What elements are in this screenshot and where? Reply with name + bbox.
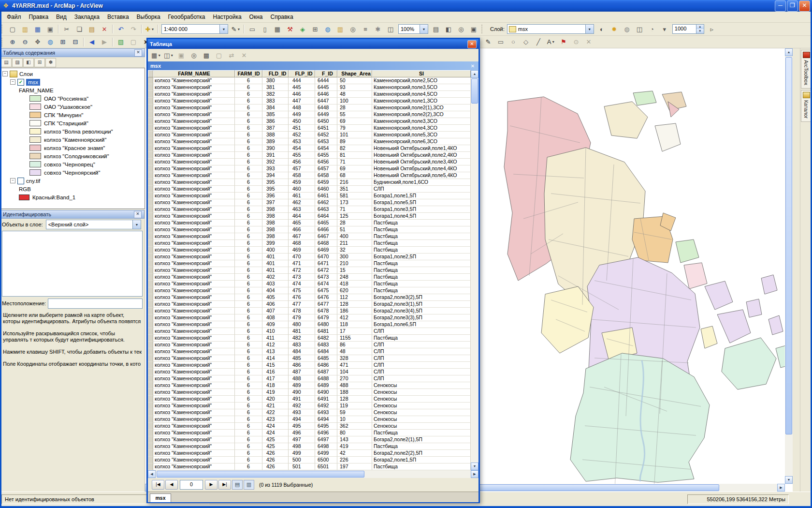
toc-tab-display[interactable]: ▤: [1, 58, 12, 67]
row-selector[interactable]: [148, 199, 153, 206]
map-region-rossiyanka-north[interactable]: [633, 91, 656, 105]
table-row[interactable]: колхоз "Каменноярский"64204916491128Сено…: [148, 396, 478, 403]
paste-button[interactable]: ▤: [86, 23, 98, 35]
new-document-button[interactable]: ▢: [7, 23, 18, 35]
toolbar-grip[interactable]: [481, 25, 485, 33]
menu-Справка[interactable]: Справка: [266, 12, 297, 22]
toc-tab-selection[interactable]: ⊞: [34, 58, 45, 67]
map-region-chernoyarsky-island-5[interactable]: [768, 315, 783, 335]
table-row[interactable]: колхоз "Каменноярский"64174886488270СЛП: [148, 375, 478, 382]
close-icon[interactable]: ✕: [134, 49, 142, 57]
row-selector[interactable]: [148, 193, 153, 199]
row-selector[interactable]: [148, 409, 153, 416]
table-row[interactable]: колхоз "Каменноярский"6410481648117СЛП: [148, 328, 478, 335]
row-selector[interactable]: [148, 84, 153, 91]
table-row[interactable]: колхоз "Каменноярский"6398465646528Пастб…: [148, 220, 478, 226]
chevron-down-icon[interactable]: ▼: [219, 25, 228, 33]
row-selector[interactable]: [148, 159, 153, 165]
layer-checkbox-checked[interactable]: ✓: [17, 79, 24, 86]
map-region-volna-island[interactable]: [701, 326, 717, 348]
line-tool-button[interactable]: ╱: [533, 36, 544, 48]
column-header-SI[interactable]: SI: [372, 70, 471, 77]
table-row[interactable]: колхоз "Каменноярский"6390454645482Новен…: [148, 145, 478, 152]
row-selector[interactable]: [148, 328, 153, 335]
column-header-F_ID[interactable]: F_ID: [315, 70, 337, 77]
cut-button[interactable]: ✂: [61, 23, 72, 35]
row-selector[interactable]: [148, 430, 153, 436]
row-selector[interactable]: [148, 125, 153, 132]
row-selector[interactable]: [148, 369, 153, 375]
scale-combobox[interactable]: 1:400 000 ▼: [161, 24, 228, 34]
toc-tab-visible[interactable]: ◧: [23, 58, 34, 67]
row-selector[interactable]: [148, 254, 153, 260]
legend-item[interactable]: ОАО "Россиянка": [29, 94, 145, 103]
table-row[interactable]: колхоз "Каменноярский"64254976497143Бога…: [148, 436, 478, 443]
legend-item[interactable]: СПК "Старицкий": [29, 119, 145, 127]
chevron-down-icon[interactable]: ▼: [551, 40, 555, 44]
arctoolbox-button[interactable]: ⚒: [284, 23, 296, 35]
pan-hand-button[interactable]: ✥: [32, 36, 44, 48]
row-selector[interactable]: [148, 186, 153, 193]
viewer-window-button[interactable]: ▣: [468, 23, 479, 35]
chevron-down-icon[interactable]: ▼: [237, 28, 240, 31]
menu-Выборка[interactable]: Выборка: [133, 12, 164, 22]
table-row[interactable]: колхоз "Каменноярский"63984646464125Бога…: [148, 213, 478, 220]
show-all-records-button[interactable]: ▤: [232, 480, 243, 490]
table-row[interactable]: колхоз "Каменноярский"64265016501197Паст…: [148, 463, 478, 470]
select-features-button[interactable]: ▧: [115, 36, 127, 48]
legend-item[interactable]: совхоз "Черноярский": [29, 168, 145, 177]
table-options-button[interactable]: ▦▼: [150, 49, 162, 61]
table-row[interactable]: колхоз "Каменноярский"63834476447100Каме…: [148, 98, 478, 105]
table-row[interactable]: колхоз "Каменноярский"6386450645069Камен…: [148, 118, 478, 125]
row-selector[interactable]: [148, 91, 153, 98]
row-selector[interactable]: [148, 240, 153, 247]
row-selector[interactable]: [148, 274, 153, 281]
show-selected-records-button[interactable]: ▥: [244, 480, 254, 490]
map-region-chernoyarsky-island-1[interactable]: [705, 281, 733, 310]
row-selector[interactable]: [148, 281, 153, 287]
map-region-rossiyanka-small[interactable]: [676, 239, 699, 263]
row-selector[interactable]: [148, 314, 153, 321]
location-field[interactable]: [48, 299, 143, 309]
row-selector[interactable]: [148, 233, 153, 240]
row-selector[interactable]: [148, 226, 153, 233]
toolbar-grip[interactable]: [1, 38, 5, 46]
row-selector[interactable]: [148, 213, 153, 220]
row-selector[interactable]: [148, 389, 153, 396]
toc-tab-source[interactable]: ▨: [12, 58, 23, 67]
row-selector[interactable]: [148, 436, 153, 443]
table-row[interactable]: колхоз "Каменноярский"64064776477128Бога…: [148, 301, 478, 308]
full-extent-button[interactable]: ◍: [44, 36, 56, 48]
table-row[interactable]: колхоз "Каменноярский"64244956495362Сено…: [148, 423, 478, 430]
table-row[interactable]: колхоз "Каменноярский"64074786478186Бога…: [148, 308, 478, 314]
flicker-layer-button[interactable]: ◔: [646, 23, 658, 35]
row-selector[interactable]: [148, 403, 153, 409]
open-folder-button[interactable]: ▥: [19, 23, 31, 35]
identify-header[interactable]: Идентифицировать ✕: [0, 210, 145, 219]
table-row[interactable]: колхоз "Каменноярский"6398466646651Пастб…: [148, 226, 478, 233]
zoom-combobox[interactable]: 100% ▼: [398, 24, 428, 34]
menu-Вид[interactable]: Вид: [52, 12, 71, 22]
menu-Геообработка[interactable]: Геообработка: [164, 12, 209, 22]
add-data-button[interactable]: ✚▼: [144, 23, 156, 35]
fixed-zoom-in-button[interactable]: ⊞: [57, 36, 69, 48]
scroll-up-icon[interactable]: ▲: [471, 70, 478, 78]
row-selector[interactable]: [148, 301, 153, 308]
table-row[interactable]: колхоз "Каменноярский"6394458645868Новен…: [148, 172, 478, 179]
table-row[interactable]: колхоз "Каменноярский"64014706470300Бога…: [148, 254, 478, 260]
effect-value-spinner[interactable]: 1000 ▲▼: [672, 24, 704, 34]
table-row[interactable]: колхоз "Каменноярский"6385449644955Камен…: [148, 111, 478, 118]
legend-item[interactable]: колхоз "Солодниковский": [29, 152, 145, 160]
table-row[interactable]: колхоз "Каменноярский"6401472647215Пастб…: [148, 267, 478, 274]
row-selector[interactable]: [148, 179, 153, 186]
row-selector[interactable]: [148, 355, 153, 362]
tree-item-band[interactable]: Красный:Band_1: [19, 193, 145, 201]
text-tool-button[interactable]: A▼: [545, 36, 557, 48]
table-row[interactable]: колхоз "Каменноярский"63964616461581Бога…: [148, 193, 478, 199]
overview-window-button[interactable]: ◧: [443, 23, 454, 35]
layer-name-msx[interactable]: msx: [26, 79, 40, 86]
chevron-down-icon[interactable]: ▼: [158, 54, 161, 57]
scrollbar-thumb[interactable]: [471, 78, 478, 104]
command-line-button[interactable]: ⊞: [309, 23, 321, 35]
row-selector[interactable]: [148, 165, 153, 172]
